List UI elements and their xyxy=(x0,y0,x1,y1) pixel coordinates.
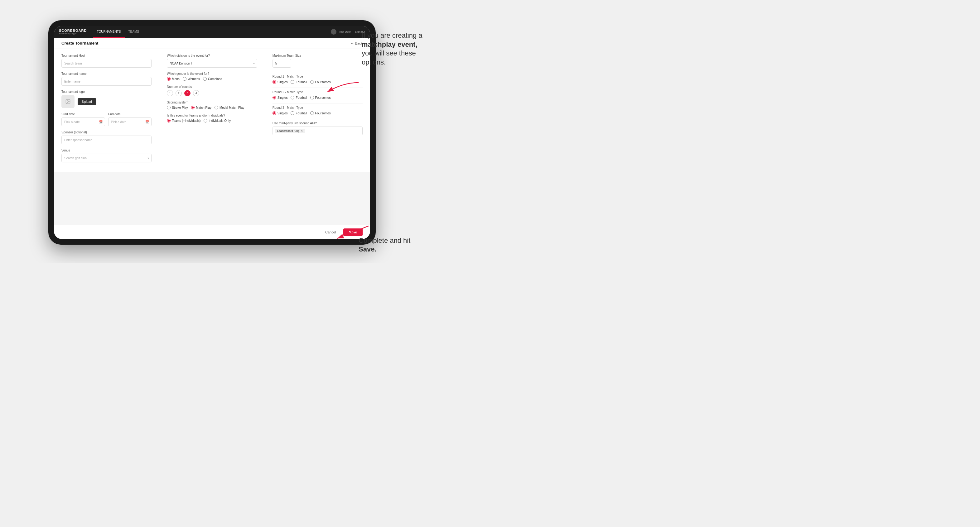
event-teams[interactable]: Teams (+Individuals) xyxy=(167,119,200,122)
event-teams-radio[interactable] xyxy=(167,119,170,122)
round3-singles[interactable]: Singles xyxy=(272,111,288,115)
division-label: Which division is the event for? xyxy=(167,54,257,57)
arrow-save xyxy=(334,223,372,241)
upload-button[interactable]: Upload xyxy=(78,98,96,105)
event-individuals-radio[interactable] xyxy=(204,119,207,122)
division-select[interactable]: NCAA Division I xyxy=(167,59,257,68)
back-button[interactable]: ← Back xyxy=(350,41,363,45)
scoring-stroke[interactable]: Stroke Play xyxy=(167,106,188,110)
round3-fourball[interactable]: Fourball xyxy=(291,111,307,115)
gender-mens-label: Mens xyxy=(172,77,179,81)
round1-singles[interactable]: Singles xyxy=(272,80,288,84)
gender-group: Which gender is the event for? Mens Wome… xyxy=(167,72,257,81)
name-group: Tournament name xyxy=(61,72,151,86)
logo-group: Tournament logo Upload xyxy=(61,90,151,108)
end-date-wrap: 📅 xyxy=(108,117,152,126)
nav-tournaments[interactable]: TOURNAMENTS xyxy=(93,26,124,38)
round-4[interactable]: 4 xyxy=(193,90,199,96)
round3-fourball-label: Fourball xyxy=(296,111,307,115)
nav-teams[interactable]: TEAMS xyxy=(125,26,143,38)
end-date-group: End date 📅 xyxy=(108,113,152,126)
form-area: Tournament Host Tournament name Tourname… xyxy=(54,49,370,172)
division-select-wrap: NCAA Division I ▾ xyxy=(167,59,257,68)
api-tag-label: Leaderboard King xyxy=(277,129,300,132)
scoring-radio-group: Stroke Play Match Play Medal Match Play xyxy=(167,106,257,110)
tablet-screen: SCOREBOARD Powered by clippit TOURNAMENT… xyxy=(54,26,370,239)
api-tag-close-icon[interactable]: ✕ xyxy=(301,129,303,132)
scoring-medal-radio[interactable] xyxy=(215,106,218,110)
gender-label: Which gender is the event for? xyxy=(167,72,257,75)
gender-combined[interactable]: Combined xyxy=(203,77,222,81)
start-date-wrap: 📅 xyxy=(61,117,105,126)
api-label: Use third-party live scoring API? xyxy=(272,122,363,125)
form-footer: Cancel Save xyxy=(54,225,370,239)
page-header: Create Tournament ← Back xyxy=(54,38,370,49)
scoring-medal[interactable]: Medal Match Play xyxy=(215,106,244,110)
logo-label: Tournament logo xyxy=(61,90,151,94)
round1-foursomes-radio[interactable] xyxy=(310,80,314,84)
scoring-match-label: Match Play xyxy=(196,106,211,110)
sponsor-label: Sponsor (optional) xyxy=(61,130,151,134)
event-individuals[interactable]: Individuals Only xyxy=(204,119,231,122)
round1-match-title: Round 1 - Match Type xyxy=(272,75,363,78)
brand-sub: Powered by clippit xyxy=(59,32,87,35)
round2-singles-radio[interactable] xyxy=(272,96,276,99)
event-teams-label: Teams (+Individuals) xyxy=(172,119,200,122)
sponsor-input[interactable] xyxy=(61,136,151,144)
round1-fourball-label: Fourball xyxy=(296,80,307,84)
gender-womens[interactable]: Womens xyxy=(183,77,200,81)
scoring-group: Scoring system Stroke Play Match Play xyxy=(167,101,257,110)
start-date-input[interactable] xyxy=(61,117,105,126)
round-1[interactable]: 1 xyxy=(167,90,173,96)
venue-group: Venue ▾ xyxy=(61,149,151,162)
scoring-stroke-label: Stroke Play xyxy=(172,106,188,110)
round3-foursomes-radio[interactable] xyxy=(310,111,314,115)
api-select[interactable]: Leaderboard King ✕ xyxy=(272,127,363,135)
avatar xyxy=(331,29,336,35)
name-label: Tournament name xyxy=(61,72,151,75)
round1-fourball[interactable]: Fourball xyxy=(291,80,307,84)
event-individuals-label: Individuals Only xyxy=(208,119,231,122)
round1-fourball-radio[interactable] xyxy=(291,80,294,84)
tablet-frame: SCOREBOARD Powered by clippit TOURNAMENT… xyxy=(48,20,376,244)
round2-foursomes-radio[interactable] xyxy=(310,96,314,99)
venue-label: Venue xyxy=(61,149,151,152)
max-team-input[interactable] xyxy=(272,59,291,68)
max-team-label: Maximum Team Size xyxy=(272,54,363,57)
logo-placeholder xyxy=(61,95,75,108)
gender-mens[interactable]: Mens xyxy=(167,77,179,81)
brand-title: SCOREBOARD xyxy=(59,29,87,32)
gender-combined-radio[interactable] xyxy=(203,77,207,81)
api-tag: Leaderboard King ✕ xyxy=(275,129,305,133)
gender-womens-radio[interactable] xyxy=(183,77,186,81)
date-row: Start date 📅 End date 📅 xyxy=(61,113,151,126)
user-name: Test User | xyxy=(339,30,352,33)
arrow-matchplay xyxy=(324,79,362,98)
round1-singles-radio[interactable] xyxy=(272,80,276,84)
divider-3 xyxy=(272,103,363,103)
name-input[interactable] xyxy=(61,77,151,86)
scoring-stroke-radio[interactable] xyxy=(167,106,170,110)
round3-match-section: Round 3 - Match Type Singles Fourball xyxy=(272,106,363,115)
round2-singles[interactable]: Singles xyxy=(272,96,288,99)
gender-mens-radio[interactable] xyxy=(167,77,170,81)
round2-fourball[interactable]: Fourball xyxy=(291,96,307,99)
host-input[interactable] xyxy=(61,59,151,68)
scoring-match-radio[interactable] xyxy=(191,106,194,110)
venue-input[interactable] xyxy=(61,154,151,162)
end-date-label: End date xyxy=(108,113,152,116)
round3-fourball-radio[interactable] xyxy=(291,111,294,115)
end-date-input[interactable] xyxy=(108,117,152,126)
round2-fourball-radio[interactable] xyxy=(291,96,294,99)
middle-column: Which division is the event for? NCAA Di… xyxy=(167,54,265,167)
rounds-selector: 1 2 3 4 xyxy=(167,90,257,96)
left-column: Tournament Host Tournament name Tourname… xyxy=(61,54,159,167)
rounds-group: Number of rounds 1 2 3 4 xyxy=(167,85,257,96)
round3-foursomes[interactable]: Foursomes xyxy=(310,111,331,115)
round3-singles-radio[interactable] xyxy=(272,111,276,115)
round-3[interactable]: 3 xyxy=(184,90,191,96)
scoring-match[interactable]: Match Play xyxy=(191,106,211,110)
gender-radio-group: Mens Womens Combined xyxy=(167,77,257,81)
round-2[interactable]: 2 xyxy=(175,90,182,96)
scoring-medal-label: Medal Match Play xyxy=(220,106,244,110)
